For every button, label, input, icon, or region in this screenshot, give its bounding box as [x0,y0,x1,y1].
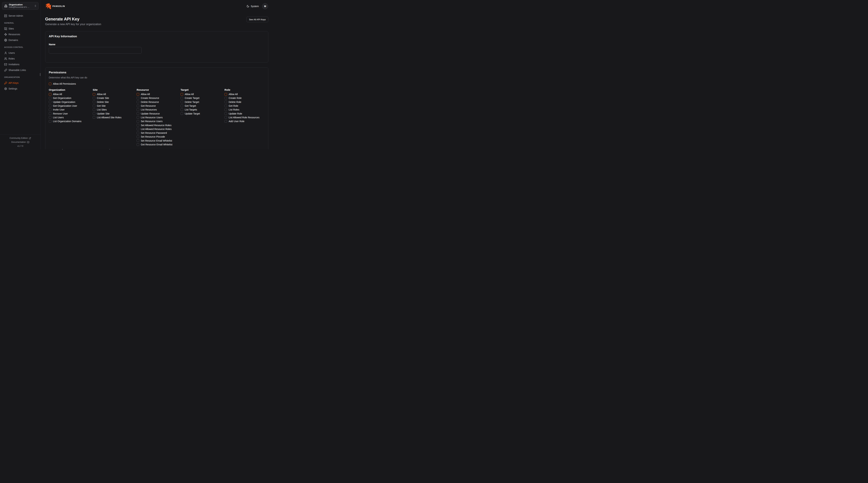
perm-row-role-allow-all[interactable]: Allow All [224,92,238,96]
perm-row-target-delete-target[interactable]: Delete Target [181,100,199,104]
sidebar-item-resources[interactable]: Resources [4,32,38,37]
perm-row-target-create-target[interactable]: Create Target [181,96,199,100]
checkbox-unchecked[interactable] [136,93,139,96]
avatar[interactable]: M [262,3,268,9]
perm-row-resource-set-resource-pincode[interactable]: Set Resource Pincode [136,135,165,139]
checkbox-unchecked[interactable] [136,108,139,111]
sidebar-item-settings[interactable]: Settings [4,86,38,91]
checkbox-unchecked[interactable] [181,101,183,103]
perm-row-role-list-allowed-role-resources[interactable]: List Allowed Role Resources [224,116,259,119]
checkbox-unchecked[interactable] [224,93,227,96]
checkbox-unchecked[interactable] [136,116,139,119]
perm-row-site-allow-all[interactable]: Allow All [93,92,106,96]
perm-row-site-update-site[interactable]: Update Site [93,111,110,116]
perm-row-site-delete-site[interactable]: Delete Site [93,100,109,104]
perm-row-site-get-site[interactable]: Get Site [93,104,106,108]
sidebar-item-roles[interactable]: Roles [4,56,38,61]
perm-row-site-list-allowed-site-roles[interactable]: List Allowed Site Roles [93,116,122,119]
sidebar-item-server-admin[interactable]: Server Admin [4,13,38,18]
perm-row-organization-get-organization[interactable]: Get Organization [49,96,71,100]
perm-row-target-list-targets[interactable]: List Targets [181,108,197,111]
checkbox-unchecked[interactable] [181,108,183,111]
checkbox-unchecked[interactable] [49,105,51,107]
perm-row-target-get-target[interactable]: Get Target [181,104,196,108]
perm-row-role-list-roles[interactable]: List Roles [224,108,239,111]
checkbox-unchecked[interactable] [49,116,51,119]
checkbox-unchecked[interactable] [224,97,227,99]
documentation-link[interactable]: Documentation [0,140,41,143]
perm-row-role-delete-role[interactable]: Delete Role [224,100,241,104]
checkbox-unchecked[interactable] [224,101,227,103]
perm-row-role-create-role[interactable]: Create Role [224,96,242,100]
checkbox-unchecked[interactable] [136,124,139,126]
perm-row-resource-set-resource-users[interactable]: Set Resource Users [136,119,162,123]
checkbox-unchecked[interactable] [224,112,227,115]
checkbox-unchecked[interactable] [181,112,183,115]
checkbox-unchecked[interactable] [136,105,139,107]
checkbox-unchecked[interactable] [224,105,227,107]
sidebar-item-users[interactable]: Users [4,51,38,55]
perm-row-resource-get-resource-email-whitelist[interactable]: Get Resource Email Whitelist [136,142,173,147]
checkbox-unchecked[interactable] [93,108,95,111]
perm-row-role-add-user-role[interactable]: Add User Role [224,119,244,123]
checkbox-unchecked[interactable] [136,143,139,146]
perm-row-organization-list-organization-domains[interactable]: List Organization Domains [49,119,82,123]
sidebar-item-invitations[interactable]: Invitations [4,62,38,67]
perm-row-resource-list-allowed-resource-roles[interactable]: List Allowed Resource Roles [136,127,172,131]
community-edition-link[interactable]: Community Edition [0,136,41,140]
sidebar-item-api-keys[interactable]: API Keys [4,80,38,85]
perm-row-resource-create-resource[interactable]: Create Resource [136,96,159,100]
sidebar-item-domains[interactable]: Domains [4,38,38,42]
checkbox-unchecked[interactable] [181,93,183,96]
theme-toggle[interactable]: System [247,5,259,8]
sidebar-scrollbar[interactable] [40,73,40,76]
perm-row-organization-get-organization-user[interactable]: Get Organization User [49,104,77,108]
checkbox-unchecked[interactable] [136,97,139,99]
perm-row-target-update-target[interactable]: Update Target [181,111,200,116]
perm-row-resource-set-resource-email-whitelist[interactable]: Set Resource Email Whitelist [136,139,172,142]
checkbox-unchecked[interactable] [93,112,95,115]
checkbox-unchecked[interactable] [93,116,95,119]
brand-logo[interactable]: PANGOLIN [45,3,65,9]
perm-row-resource-set-allowed-resource-roles[interactable]: Set Allowed Resource Roles [136,123,172,127]
checkbox-unchecked[interactable] [49,101,51,103]
perm-row-resource-update-resource[interactable]: Update Resource [136,111,160,116]
allow-all-permissions-checkbox[interactable] [49,83,51,85]
perm-row-target-allow-all[interactable]: Allow All [181,92,194,96]
perm-row-site-list-sites[interactable]: List Sites [93,108,107,111]
checkbox-unchecked[interactable] [136,139,139,142]
checkbox-unchecked[interactable] [49,120,51,123]
checkbox-unchecked[interactable] [136,101,139,103]
checkbox-unchecked[interactable] [224,116,227,119]
checkbox-unchecked[interactable] [181,105,183,107]
perm-row-organization-list-users[interactable]: List Users [49,116,64,119]
checkbox-unchecked[interactable] [136,120,139,123]
checkbox-unchecked[interactable] [136,135,139,138]
checkbox-unchecked[interactable] [136,112,139,115]
checkbox-unchecked[interactable] [93,101,95,103]
checkbox-unchecked[interactable] [93,105,95,107]
checkbox-unchecked[interactable] [224,108,227,111]
checkbox-unchecked[interactable] [49,93,51,96]
checkbox-unchecked[interactable] [136,132,139,134]
perm-row-organization-remove-user[interactable]: Remove User [49,111,68,116]
checkbox-unchecked[interactable] [136,128,139,130]
checkbox-unchecked[interactable] [93,93,95,96]
checkbox-unchecked[interactable] [49,112,51,115]
checkbox-unchecked[interactable] [93,97,95,99]
name-input[interactable] [49,47,142,54]
sidebar-item-sites[interactable]: Sites [4,26,38,31]
checkbox-unchecked[interactable] [49,97,51,99]
perm-row-organization-allow-all[interactable]: Allow All [49,92,62,96]
perm-row-role-get-role[interactable]: Get Role [224,104,238,108]
org-switcher[interactable]: Organization milo@fossorial.io's ... [2,2,38,10]
perm-row-resource-set-resource-password[interactable]: Set Resource Password [136,131,167,135]
perm-row-site-create-site[interactable]: Create Site [93,96,109,100]
see-all-api-keys-button[interactable]: See All API Keys [246,17,268,22]
perm-row-resource-allow-all[interactable]: Allow All [136,92,150,96]
perm-row-organization-invite-user[interactable]: Invite User [49,108,65,111]
checkbox-unchecked[interactable] [49,108,51,111]
sidebar-item-shareable-links[interactable]: Shareable Links [4,68,38,72]
perm-row-resource-list-resources[interactable]: List Resources [136,108,157,111]
perm-row-resource-list-resource-users[interactable]: List Resource Users [136,116,163,119]
